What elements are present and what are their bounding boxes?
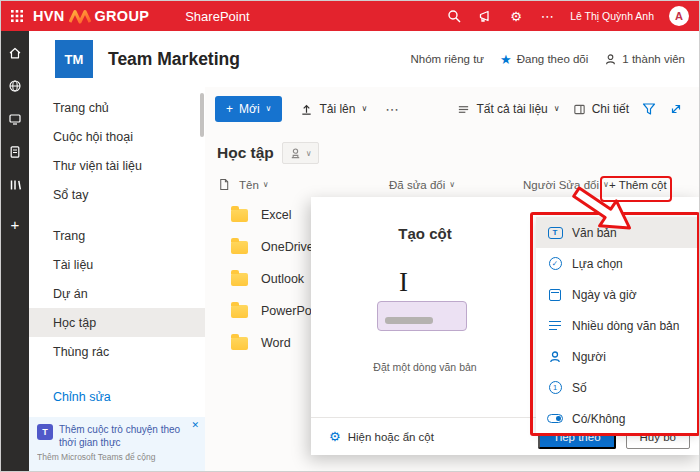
app-launcher-button[interactable] xyxy=(1,1,33,31)
plus-icon: + xyxy=(226,102,233,116)
members-link[interactable]: 1 thành viên xyxy=(604,53,685,66)
teams-promo-subtitle: Thêm Microsoft Teams để cộng xyxy=(37,452,197,462)
column-header-modified-by-label: Người Sửa đổi xyxy=(523,179,599,191)
view-selector[interactable]: Tất cả tài liệu ∨ xyxy=(457,102,559,116)
sharepoint-app: HVN GROUP SharePoint ⚙ ⋯ Lê Thị Quỳnh An… xyxy=(0,0,700,472)
library-options-button[interactable]: ∨ xyxy=(282,142,319,164)
choice-icon-glyph: ✓ xyxy=(549,257,562,270)
new-button[interactable]: + Mới ∨ xyxy=(215,96,282,122)
sidebar-item-thung-rac[interactable]: Thùng rác xyxy=(29,337,205,366)
view-selector-label: Tất cả tài liệu xyxy=(476,102,547,116)
settings-gear-icon[interactable]: ⚙ xyxy=(508,7,524,25)
chevron-down-icon: ∨ xyxy=(361,105,367,113)
menu-item-label: Lựa chọn xyxy=(572,257,623,271)
screen-icon[interactable] xyxy=(7,111,23,127)
menu-item-label: Người xyxy=(572,350,606,364)
menu-item-nguoi[interactable]: Người xyxy=(536,341,698,372)
site-header-meta: Nhóm riêng tư ★ Đang theo dõi 1 thành vi… xyxy=(411,53,700,66)
document-icon[interactable] xyxy=(7,144,23,160)
sidebar-item-so-tay[interactable]: Sổ tay xyxy=(29,180,205,209)
more-options-icon[interactable]: ⋯ xyxy=(539,7,555,25)
number-icon-glyph: 1 xyxy=(549,381,562,394)
menu-item-label: Có/Không xyxy=(572,412,625,426)
sidebar-item-cuoc-hoi-thoai[interactable]: Cuộc hội thoại xyxy=(29,122,205,151)
menu-item-co-khong[interactable]: Có/Không xyxy=(536,403,698,434)
library-title-row: Học tập ∨ xyxy=(217,139,699,167)
search-icon[interactable] xyxy=(446,7,462,25)
upload-button-label: Tải lên xyxy=(319,102,355,116)
menu-item-ngay-va-gio[interactable]: Ngày và giờ xyxy=(536,279,698,310)
sidebar-item-chinh-sua[interactable]: Chỉnh sửa xyxy=(29,382,205,411)
add-column-button[interactable]: + Thêm cột xyxy=(609,179,667,191)
brand-text-left: HVN xyxy=(33,8,65,24)
waffle-icon xyxy=(11,10,23,22)
menu-item-van-ban[interactable]: T Văn bản xyxy=(536,217,698,248)
following-toggle[interactable]: ★ Đang theo dõi xyxy=(500,53,588,66)
column-type-menu: T Văn bản ✓ Lựa chọn Ngày và giờ Nhiều d… xyxy=(536,217,698,434)
globe-icon[interactable] xyxy=(7,78,23,94)
chevron-down-icon: ∨ xyxy=(449,181,455,189)
column-header-modified-label: Đã sửa đổi xyxy=(389,179,445,191)
folder-name: OneDrive xyxy=(261,240,314,254)
column-header-modified-by[interactable]: Người Sửa đổi ∨ xyxy=(523,179,609,191)
add-icon[interactable]: + xyxy=(11,216,20,233)
folder-icon xyxy=(231,337,248,350)
menu-item-so[interactable]: 1 Số xyxy=(536,372,698,403)
multiline-text-icon xyxy=(547,318,563,334)
sidenav-list: Trang chủ Cuộc hội thoại Thư viện tài li… xyxy=(29,87,205,411)
sidebar-item-trang[interactable]: Trang xyxy=(29,221,205,250)
command-overflow-icon[interactable]: ⋯ xyxy=(385,101,400,117)
chevron-down-icon: ∨ xyxy=(263,181,269,189)
filter-icon[interactable] xyxy=(642,102,656,116)
sidebar-item-hoc-tap[interactable]: Học tập xyxy=(29,308,205,337)
show-hide-columns-label: Hiện hoặc ẩn cột xyxy=(348,431,434,443)
person-icon xyxy=(547,349,563,365)
sidebar-item-tai-lieu[interactable]: Tài liệu xyxy=(29,250,205,279)
new-button-label: Mới xyxy=(239,102,260,116)
menu-item-nhieu-dong-van-ban[interactable]: Nhiều dòng văn bản xyxy=(536,310,698,341)
choice-icon: ✓ xyxy=(547,256,563,272)
expand-diagonal-icon[interactable] xyxy=(669,102,683,116)
chevron-down-icon: ∨ xyxy=(554,105,560,113)
person-icon xyxy=(604,53,617,66)
product-name[interactable]: SharePoint xyxy=(185,9,249,24)
chevron-down-icon: ∨ xyxy=(603,181,609,189)
sidebar-item-thu-vien-tai-lieu[interactable]: Thư viện tài liệu xyxy=(29,151,205,180)
menu-item-lua-chon[interactable]: ✓ Lựa chọn xyxy=(536,248,698,279)
library-icon[interactable] xyxy=(7,177,23,193)
site-title: Team Marketing xyxy=(108,49,240,70)
site-header: TM Team Marketing Nhóm riêng tư ★ Đang t… xyxy=(29,31,699,87)
yes-no-toggle-icon xyxy=(547,411,563,427)
home-icon[interactable] xyxy=(7,45,23,61)
teams-promo: ✕ T Thêm cuộc trò chuyện theo thời gian … xyxy=(29,417,205,471)
calendar-icon xyxy=(547,287,563,303)
brand-logo[interactable]: HVN GROUP xyxy=(33,8,149,24)
show-hide-columns-button[interactable]: ⚙ Hiện hoặc ẩn cột xyxy=(329,430,434,443)
column-header-modified[interactable]: Đã sửa đổi ∨ xyxy=(389,179,455,191)
user-avatar[interactable]: A xyxy=(669,6,689,26)
topbar-right: ⚙ ⋯ Lê Thị Quỳnh Anh A xyxy=(446,6,699,26)
folder-name: Word xyxy=(261,336,291,350)
topbar: HVN GROUP SharePoint ⚙ ⋯ Lê Thị Quỳnh An… xyxy=(1,1,699,31)
sidenav-scrollbar[interactable] xyxy=(200,93,204,137)
sidebar-item-du-an[interactable]: Dự án xyxy=(29,279,205,308)
teams-promo-title[interactable]: Thêm cuộc trò chuyện theo thời gian thực xyxy=(59,424,197,449)
folder-icon xyxy=(231,209,248,222)
sidenav: Trang chủ Cuộc hội thoại Thư viện tài li… xyxy=(29,87,205,471)
column-header-name[interactable]: Tên ∨ xyxy=(239,179,269,191)
page-icon xyxy=(218,178,230,191)
close-icon[interactable]: ✕ xyxy=(191,420,199,430)
file-type-column-icon[interactable] xyxy=(218,178,230,191)
site-avatar[interactable]: TM xyxy=(55,40,93,78)
members-label: 1 thành viên xyxy=(622,53,685,65)
folder-icon xyxy=(231,273,248,286)
details-button[interactable]: Chi tiết xyxy=(573,102,629,116)
upload-button[interactable]: Tải lên ∨ xyxy=(300,102,367,116)
megaphone-icon[interactable] xyxy=(477,7,493,25)
user-name[interactable]: Lê Thị Quỳnh Anh xyxy=(570,10,654,22)
text-cursor-icon: I xyxy=(399,267,408,298)
sidebar-item-trang-chu[interactable]: Trang chủ xyxy=(29,93,205,122)
menu-item-label: Ngày và giờ xyxy=(572,288,637,302)
star-icon: ★ xyxy=(500,53,512,66)
privacy-label: Nhóm riêng tư xyxy=(411,53,485,65)
